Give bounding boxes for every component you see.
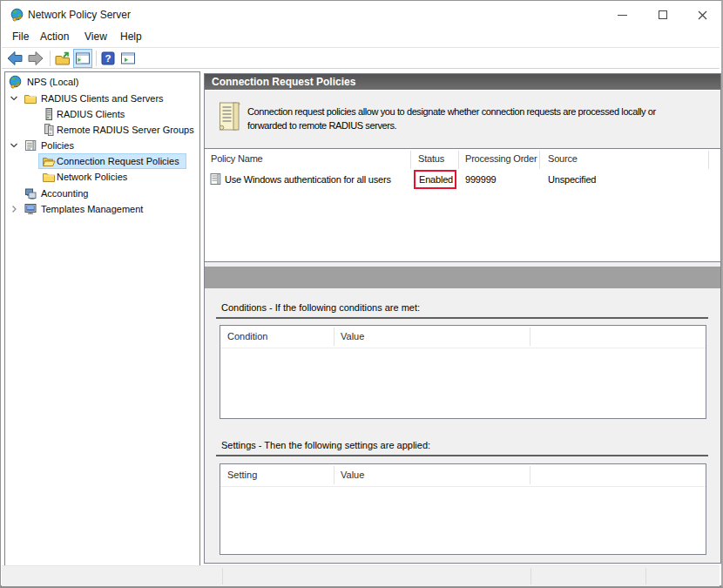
folder-icon <box>24 91 37 105</box>
accounting-icon <box>24 186 37 200</box>
server-group-icon <box>42 123 56 137</box>
tree-label: Network Policies <box>57 169 127 185</box>
status-highlight-box <box>414 170 456 189</box>
column-separator[interactable] <box>530 328 530 346</box>
tree-label: Policies <box>41 138 74 153</box>
menu-view[interactable]: View <box>84 30 107 43</box>
column-separator[interactable] <box>458 151 459 169</box>
column-header-setting[interactable]: Setting <box>227 464 257 486</box>
column-separator[interactable] <box>410 151 411 169</box>
column-separator[interactable] <box>334 466 334 484</box>
status-bar <box>2 565 720 586</box>
folder-icon <box>42 170 56 184</box>
toolbar: ? <box>2 47 720 69</box>
console-tree-toggle-button[interactable] <box>73 49 92 68</box>
scroll-icon <box>24 139 37 152</box>
close-button[interactable] <box>686 2 718 28</box>
forward-button[interactable] <box>27 50 44 67</box>
column-header-condition[interactable]: Condition <box>227 326 267 348</box>
policies-list: Policy Name Status Processing Order Sour… <box>205 148 720 262</box>
maximize-button[interactable] <box>647 2 679 28</box>
maximize-icon <box>659 10 667 19</box>
back-icon <box>6 50 24 67</box>
column-header-value[interactable]: Value <box>341 464 364 486</box>
window-title: Network Policy Server <box>28 9 131 21</box>
status-bar-separator <box>222 568 223 585</box>
back-button[interactable] <box>6 50 24 67</box>
tree-label: RADIUS Clients <box>57 106 125 122</box>
policy-scroll-icon <box>219 101 241 133</box>
nps-globe-icon <box>9 75 23 89</box>
tree-item-policies[interactable]: Policies <box>5 138 199 153</box>
tree-item-radius-clients[interactable]: RADIUS Clients <box>5 106 199 122</box>
conditions-underline <box>216 317 708 319</box>
minimize-button[interactable] <box>606 2 638 28</box>
tree-item-templates-management[interactable]: Templates Management <box>5 201 199 217</box>
column-header-processing-order[interactable]: Processing Order <box>465 149 537 169</box>
settings-table: Setting Value <box>220 463 706 555</box>
folder-open-icon <box>42 154 56 168</box>
tree-label: Remote RADIUS Server Groups <box>57 122 194 138</box>
policy-name-cell[interactable]: Use Windows authentication for all users <box>225 171 391 189</box>
column-separator[interactable] <box>334 328 334 346</box>
column-header-status[interactable]: Status <box>418 149 444 169</box>
console-tree-toggle-icon <box>75 51 91 66</box>
policy-processing-order-cell[interactable]: 999999 <box>465 171 497 189</box>
templates-icon <box>24 202 37 216</box>
forward-icon <box>27 50 44 67</box>
settings-label: Settings - Then the following settings a… <box>221 440 430 450</box>
settings-underline <box>216 455 708 456</box>
svg-text:?: ? <box>105 53 111 64</box>
pane-description: Connection request policies allow you to… <box>247 105 685 132</box>
export-folder-icon <box>55 51 71 67</box>
column-header-source[interactable]: Source <box>548 149 578 169</box>
toolbar-separator <box>96 51 97 66</box>
chevron-expanded-icon[interactable] <box>9 93 19 104</box>
tree-item-connection-request-policies[interactable]: Connection Request Policies <box>5 153 199 169</box>
column-header-policy-name[interactable]: Policy Name <box>211 149 263 169</box>
tree-item-accounting[interactable]: Accounting <box>5 186 199 201</box>
column-header-value[interactable]: Value <box>341 326 364 348</box>
results-pane: Connection Request Policies Connection r… <box>204 73 721 564</box>
title-bar: Network Policy Server <box>2 2 720 28</box>
results-pane-header: Connection Request Policies <box>205 74 720 91</box>
status-bar-separator <box>530 568 531 585</box>
menu-help[interactable]: Help <box>120 30 142 43</box>
conditions-label: Conditions - If the following conditions… <box>221 302 420 313</box>
chevron-expanded-icon[interactable] <box>9 140 19 151</box>
server-icon <box>42 107 56 121</box>
help-icon: ? <box>100 51 116 66</box>
header-underline <box>220 348 706 348</box>
tree-label: Connection Request Policies <box>57 153 179 169</box>
export-button[interactable] <box>54 50 71 67</box>
policy-source-cell[interactable]: Unspecified <box>548 171 596 189</box>
nps-globe-icon <box>10 8 24 22</box>
column-separator[interactable] <box>708 151 709 169</box>
tree-item-nps-local[interactable]: NPS (Local) <box>5 74 199 90</box>
header-underline <box>220 486 706 487</box>
window-frame: Network Policy Server File Action View H… <box>0 0 723 588</box>
tree-label: Templates Management <box>41 201 143 217</box>
menu-action[interactable]: Action <box>40 30 69 43</box>
column-separator[interactable] <box>539 151 540 169</box>
close-icon <box>698 10 707 20</box>
tree-label: RADIUS Clients and Servers <box>41 91 164 106</box>
help-button[interactable]: ? <box>99 50 117 67</box>
toolbar-separator <box>50 51 51 66</box>
tree-label: Accounting <box>41 186 88 201</box>
menu-bar: File Action View Help <box>2 28 720 47</box>
policy-row-icon <box>210 172 221 186</box>
tree-item-remote-radius-server-groups[interactable]: Remote RADIUS Server Groups <box>5 122 199 138</box>
new-window-button[interactable] <box>119 50 137 67</box>
column-separator[interactable] <box>530 466 530 484</box>
minimize-icon <box>618 15 627 16</box>
tree-item-radius-clients-and-servers[interactable]: RADIUS Clients and Servers <box>5 91 199 106</box>
tree-item-network-policies[interactable]: Network Policies <box>5 169 199 185</box>
menu-file[interactable]: File <box>12 30 29 43</box>
chevron-collapsed-icon[interactable] <box>9 204 19 214</box>
console-tree-pane: NPS (Local) RADIUS Clients and Servers <box>4 71 200 566</box>
conditions-table: Condition Value <box>220 325 706 419</box>
status-bar-separator <box>645 568 646 585</box>
pane-divider-bar <box>205 267 720 288</box>
new-window-icon <box>120 51 136 66</box>
